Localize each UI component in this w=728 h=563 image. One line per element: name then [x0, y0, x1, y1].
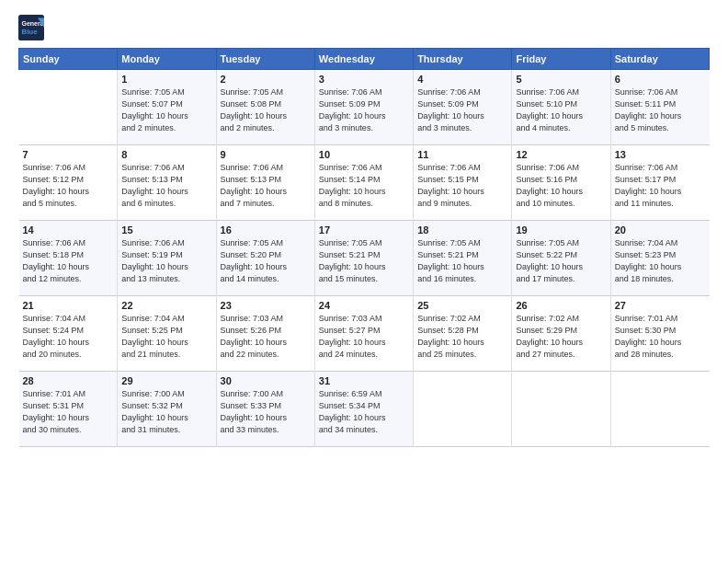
calendar-cell: 5Sunrise: 7:06 AM Sunset: 5:10 PM Daylig…: [512, 70, 610, 145]
day-info: Sunrise: 7:01 AM Sunset: 5:31 PM Dayligh…: [23, 388, 114, 436]
day-info: Sunrise: 7:06 AM Sunset: 5:09 PM Dayligh…: [319, 86, 409, 134]
calendar-cell: 27Sunrise: 7:01 AM Sunset: 5:30 PM Dayli…: [610, 296, 709, 372]
day-info: Sunrise: 7:06 AM Sunset: 5:14 PM Dayligh…: [319, 162, 409, 210]
day-number: 31: [319, 375, 409, 386]
day-info: Sunrise: 7:06 AM Sunset: 5:09 PM Dayligh…: [417, 86, 507, 134]
day-number: 16: [221, 224, 311, 236]
header: General Blue: [18, 15, 710, 40]
day-number: 10: [319, 149, 409, 160]
day-info: Sunrise: 7:06 AM Sunset: 5:12 PM Dayligh…: [23, 162, 114, 210]
calendar-cell: 25Sunrise: 7:02 AM Sunset: 5:28 PM Dayli…: [414, 296, 512, 372]
day-number: 15: [121, 224, 211, 236]
calendar-cell: 19Sunrise: 7:05 AM Sunset: 5:22 PM Dayli…: [512, 221, 610, 296]
day-number: 8: [121, 149, 211, 160]
day-number: 7: [23, 149, 114, 160]
day-info: Sunrise: 7:06 AM Sunset: 5:19 PM Dayligh…: [121, 237, 211, 285]
calendar-cell: 21Sunrise: 7:04 AM Sunset: 5:24 PM Dayli…: [19, 296, 118, 372]
day-number: 9: [221, 149, 311, 160]
calendar-cell: 20Sunrise: 7:04 AM Sunset: 5:23 PM Dayli…: [610, 221, 709, 296]
week-row-0: 1Sunrise: 7:05 AM Sunset: 5:07 PM Daylig…: [19, 70, 710, 145]
day-number: 21: [23, 300, 114, 311]
day-number: 18: [417, 224, 507, 236]
day-info: Sunrise: 7:01 AM Sunset: 5:30 PM Dayligh…: [615, 313, 706, 361]
day-info: Sunrise: 7:05 AM Sunset: 5:22 PM Dayligh…: [516, 237, 606, 285]
header-cell-sunday: Sunday: [19, 49, 118, 70]
calendar-cell: 15Sunrise: 7:06 AM Sunset: 5:19 PM Dayli…: [118, 221, 216, 296]
calendar-cell: 11Sunrise: 7:06 AM Sunset: 5:15 PM Dayli…: [414, 145, 512, 221]
calendar-cell: [19, 70, 118, 145]
day-number: 23: [221, 300, 311, 311]
calendar-table: SundayMondayTuesdayWednesdayThursdayFrid…: [18, 48, 710, 447]
day-number: 6: [615, 74, 706, 85]
calendar-cell: 2Sunrise: 7:05 AM Sunset: 5:08 PM Daylig…: [216, 70, 314, 145]
day-info: Sunrise: 7:06 AM Sunset: 5:18 PM Dayligh…: [23, 237, 114, 285]
logo-icon: General Blue: [18, 15, 44, 40]
day-info: Sunrise: 7:06 AM Sunset: 5:13 PM Dayligh…: [221, 162, 311, 210]
week-row-1: 7Sunrise: 7:06 AM Sunset: 5:12 PM Daylig…: [19, 145, 710, 221]
header-cell-wednesday: Wednesday: [314, 49, 413, 70]
week-row-2: 14Sunrise: 7:06 AM Sunset: 5:18 PM Dayli…: [19, 221, 710, 296]
day-info: Sunrise: 7:02 AM Sunset: 5:28 PM Dayligh…: [417, 313, 507, 361]
day-number: 19: [516, 224, 606, 236]
header-row: SundayMondayTuesdayWednesdayThursdayFrid…: [19, 49, 710, 70]
day-number: 3: [319, 74, 409, 85]
day-number: 13: [615, 149, 706, 160]
calendar-cell: 30Sunrise: 7:00 AM Sunset: 5:33 PM Dayli…: [216, 372, 314, 447]
calendar-cell: 4Sunrise: 7:06 AM Sunset: 5:09 PM Daylig…: [414, 70, 512, 145]
svg-text:Blue: Blue: [22, 28, 39, 36]
day-number: 1: [121, 74, 211, 85]
calendar-cell: 26Sunrise: 7:02 AM Sunset: 5:29 PM Dayli…: [512, 296, 610, 372]
calendar-cell: 17Sunrise: 7:05 AM Sunset: 5:21 PM Dayli…: [314, 221, 413, 296]
calendar-cell: 12Sunrise: 7:06 AM Sunset: 5:16 PM Dayli…: [512, 145, 610, 221]
calendar-cell: 28Sunrise: 7:01 AM Sunset: 5:31 PM Dayli…: [19, 372, 118, 447]
day-info: Sunrise: 7:05 AM Sunset: 5:07 PM Dayligh…: [121, 86, 211, 134]
day-info: Sunrise: 7:03 AM Sunset: 5:26 PM Dayligh…: [221, 313, 311, 361]
day-info: Sunrise: 7:00 AM Sunset: 5:32 PM Dayligh…: [121, 388, 211, 436]
calendar-cell: 1Sunrise: 7:05 AM Sunset: 5:07 PM Daylig…: [118, 70, 216, 145]
calendar-cell: [512, 372, 610, 447]
calendar-cell: [610, 372, 709, 447]
day-number: 11: [417, 149, 507, 160]
day-info: Sunrise: 7:06 AM Sunset: 5:10 PM Dayligh…: [516, 86, 606, 134]
day-number: 29: [121, 375, 211, 386]
logo: General Blue: [18, 15, 48, 40]
day-info: Sunrise: 7:00 AM Sunset: 5:33 PM Dayligh…: [221, 388, 311, 436]
calendar-cell: 18Sunrise: 7:05 AM Sunset: 5:21 PM Dayli…: [414, 221, 512, 296]
day-info: Sunrise: 7:06 AM Sunset: 5:17 PM Dayligh…: [615, 162, 706, 210]
day-number: 17: [319, 224, 409, 236]
day-info: Sunrise: 7:05 AM Sunset: 5:08 PM Dayligh…: [221, 86, 311, 134]
calendar-cell: 29Sunrise: 7:00 AM Sunset: 5:32 PM Dayli…: [118, 372, 216, 447]
day-info: Sunrise: 7:04 AM Sunset: 5:23 PM Dayligh…: [615, 237, 706, 285]
day-info: Sunrise: 7:05 AM Sunset: 5:20 PM Dayligh…: [221, 237, 311, 285]
page: General Blue SundayMondayTuesdayWednesda…: [0, 0, 728, 563]
day-number: 20: [615, 224, 706, 236]
day-number: 28: [23, 375, 114, 386]
week-row-4: 28Sunrise: 7:01 AM Sunset: 5:31 PM Dayli…: [19, 372, 710, 447]
day-info: Sunrise: 7:04 AM Sunset: 5:24 PM Dayligh…: [23, 313, 114, 361]
day-info: Sunrise: 7:02 AM Sunset: 5:29 PM Dayligh…: [516, 313, 606, 361]
calendar-cell: 13Sunrise: 7:06 AM Sunset: 5:17 PM Dayli…: [610, 145, 709, 221]
calendar-cell: 31Sunrise: 6:59 AM Sunset: 5:34 PM Dayli…: [314, 372, 413, 447]
day-number: 2: [221, 74, 311, 85]
day-number: 4: [417, 74, 507, 85]
day-info: Sunrise: 7:06 AM Sunset: 5:13 PM Dayligh…: [121, 162, 211, 210]
day-number: 14: [23, 224, 114, 236]
calendar-cell: 9Sunrise: 7:06 AM Sunset: 5:13 PM Daylig…: [216, 145, 314, 221]
header-cell-monday: Monday: [118, 49, 216, 70]
calendar-cell: 23Sunrise: 7:03 AM Sunset: 5:26 PM Dayli…: [216, 296, 314, 372]
day-info: Sunrise: 7:06 AM Sunset: 5:11 PM Dayligh…: [615, 86, 706, 134]
day-number: 26: [516, 300, 606, 311]
day-info: Sunrise: 7:05 AM Sunset: 5:21 PM Dayligh…: [319, 237, 409, 285]
calendar-cell: 6Sunrise: 7:06 AM Sunset: 5:11 PM Daylig…: [610, 70, 709, 145]
calendar-cell: 16Sunrise: 7:05 AM Sunset: 5:20 PM Dayli…: [216, 221, 314, 296]
calendar-cell: 7Sunrise: 7:06 AM Sunset: 5:12 PM Daylig…: [19, 145, 118, 221]
day-number: 12: [516, 149, 606, 160]
calendar-cell: 14Sunrise: 7:06 AM Sunset: 5:18 PM Dayli…: [19, 221, 118, 296]
day-info: Sunrise: 7:06 AM Sunset: 5:16 PM Dayligh…: [516, 162, 606, 210]
calendar-cell: 10Sunrise: 7:06 AM Sunset: 5:14 PM Dayli…: [314, 145, 413, 221]
calendar-cell: 24Sunrise: 7:03 AM Sunset: 5:27 PM Dayli…: [314, 296, 413, 372]
day-number: 27: [615, 300, 706, 311]
header-cell-tuesday: Tuesday: [216, 49, 314, 70]
day-info: Sunrise: 7:05 AM Sunset: 5:21 PM Dayligh…: [417, 237, 507, 285]
header-cell-saturday: Saturday: [610, 49, 709, 70]
